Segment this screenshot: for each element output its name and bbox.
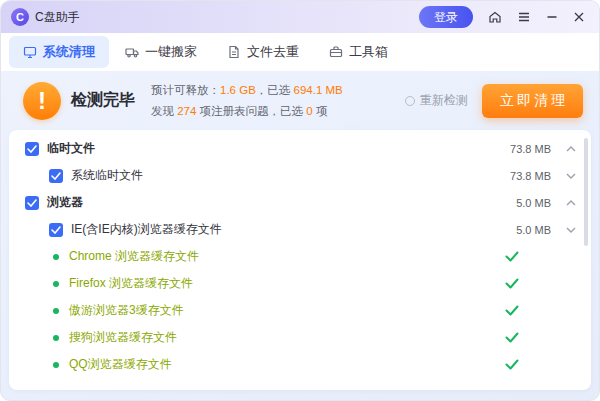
alert-icon: ! xyxy=(23,82,61,120)
clean-item-row[interactable]: IE(含IE内核)浏览器缓存文件5.0 MB xyxy=(9,216,591,243)
titlebar: C C盘助手 登录 xyxy=(1,1,599,33)
stat-value: 274 xyxy=(177,105,196,117)
stat-value: 694.1 MB xyxy=(294,84,343,96)
stat-text: 项注册表问题，已选 xyxy=(196,105,306,117)
summary-actions: 重新检测 立即清理 xyxy=(405,84,583,118)
chevron-down-icon[interactable] xyxy=(566,227,576,233)
toolbox-icon xyxy=(329,45,343,59)
item-size: 5.0 MB xyxy=(516,197,551,209)
tab-label: 系统清理 xyxy=(43,43,95,61)
app-window: C C盘助手 登录 系统清理 xyxy=(0,0,600,401)
truck-icon xyxy=(125,45,139,59)
main-content: ! 检测完毕 预计可释放：1.6 GB，已选 694.1 MB 发现 274 项… xyxy=(1,71,599,400)
scan-status-title: 检测完毕 xyxy=(71,90,135,111)
bullet-dot-icon xyxy=(53,281,59,287)
redetect-label: 重新检测 xyxy=(420,92,468,109)
item-checkbox[interactable] xyxy=(25,142,39,156)
titlebar-controls: 登录 xyxy=(419,6,585,28)
item-size: 73.8 MB xyxy=(510,143,551,155)
item-size: 5.0 MB xyxy=(516,224,551,236)
monitor-icon xyxy=(23,45,37,59)
login-button[interactable]: 登录 xyxy=(419,6,473,28)
tabbar: 系统清理 一键搬家 文件去重 工具箱 xyxy=(1,33,599,71)
home-icon[interactable] xyxy=(488,10,502,24)
app-title: C盘助手 xyxy=(35,9,80,26)
check-icon xyxy=(505,332,519,343)
tab-file-dedup[interactable]: 文件去重 xyxy=(213,36,313,68)
menu-icon[interactable] xyxy=(517,10,531,24)
cleaned-item-row[interactable]: QQ浏览器缓存文件 xyxy=(9,351,591,378)
stat-text: 预计可释放： xyxy=(151,84,220,96)
item-label: Chrome 浏览器缓存文件 xyxy=(69,248,199,265)
item-checkbox[interactable] xyxy=(49,223,63,237)
check-icon xyxy=(505,251,519,262)
tab-label: 工具箱 xyxy=(349,43,388,61)
stat-text: 发现 xyxy=(151,105,177,117)
summary-line-1: 预计可释放：1.6 GB，已选 694.1 MB xyxy=(151,80,343,101)
item-label: 临时文件 xyxy=(47,140,95,157)
scrollbar-thumb[interactable] xyxy=(584,138,588,246)
summary-bar: ! 检测完毕 预计可释放：1.6 GB，已选 694.1 MB 发现 274 项… xyxy=(1,71,599,130)
clean-now-button[interactable]: 立即清理 xyxy=(482,84,583,118)
item-label: 傲游浏览器3缓存文件 xyxy=(69,302,184,319)
redetect-icon xyxy=(405,96,415,106)
bullet-dot-icon xyxy=(53,308,59,314)
check-icon xyxy=(505,359,519,370)
summary-lines: 预计可释放：1.6 GB，已选 694.1 MB 发现 274 项注册表问题，已… xyxy=(151,80,343,121)
redetect-button[interactable]: 重新检测 xyxy=(405,92,468,109)
item-label: Firefox 浏览器缓存文件 xyxy=(69,275,193,292)
cleaned-item-row[interactable]: Chrome 浏览器缓存文件 xyxy=(9,243,591,270)
item-size: 73.8 MB xyxy=(510,170,551,182)
item-label: 系统临时文件 xyxy=(71,167,143,184)
item-label: QQ浏览器缓存文件 xyxy=(69,356,172,373)
tab-one-key-move[interactable]: 一键搬家 xyxy=(111,36,211,68)
check-icon xyxy=(505,278,519,289)
item-label: 搜狗浏览器缓存文件 xyxy=(69,329,177,346)
stat-text: 项 xyxy=(313,105,328,117)
bullet-dot-icon xyxy=(53,254,59,260)
item-checkbox[interactable] xyxy=(25,196,39,210)
tab-label: 文件去重 xyxy=(247,43,299,61)
item-checkbox[interactable] xyxy=(49,169,63,183)
clean-item-row[interactable]: 系统临时文件73.8 MB xyxy=(9,162,591,189)
tab-label: 一键搬家 xyxy=(145,43,197,61)
chevron-down-icon[interactable] xyxy=(566,173,576,179)
chevron-up-icon[interactable] xyxy=(566,200,576,206)
item-label: IE(含IE内核)浏览器缓存文件 xyxy=(71,221,222,238)
clean-item-row[interactable]: 浏览器5.0 MB xyxy=(9,189,591,216)
item-label: 浏览器 xyxy=(47,194,83,211)
app-logo-icon: C xyxy=(11,8,29,26)
chevron-up-icon[interactable] xyxy=(566,146,576,152)
clean-item-row[interactable]: 临时文件73.8 MB xyxy=(9,135,591,162)
cleaned-item-row[interactable]: 傲游浏览器3缓存文件 xyxy=(9,297,591,324)
minimize-icon[interactable] xyxy=(546,11,558,23)
stat-text: ，已选 xyxy=(256,84,294,96)
bullet-dot-icon xyxy=(53,362,59,368)
clean-list: 临时文件73.8 MB系统临时文件73.8 MB浏览器5.0 MBIE(含IE内… xyxy=(9,135,591,378)
cleaned-item-row[interactable]: 搜狗浏览器缓存文件 xyxy=(9,324,591,351)
tab-system-clean[interactable]: 系统清理 xyxy=(9,36,109,68)
clean-list-card: 临时文件73.8 MB系统临时文件73.8 MB浏览器5.0 MBIE(含IE内… xyxy=(9,130,591,390)
close-icon[interactable] xyxy=(573,11,585,23)
document-icon xyxy=(227,45,241,59)
stat-value: 1.6 GB xyxy=(220,84,256,96)
bullet-dot-icon xyxy=(53,335,59,341)
check-icon xyxy=(505,305,519,316)
cleaned-item-row[interactable]: Firefox 浏览器缓存文件 xyxy=(9,270,591,297)
summary-line-2: 发现 274 项注册表问题，已选 0 项 xyxy=(151,101,343,122)
tab-toolbox[interactable]: 工具箱 xyxy=(315,36,402,68)
